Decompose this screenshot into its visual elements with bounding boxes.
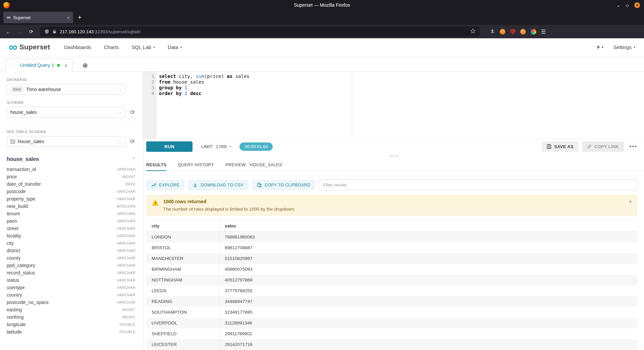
limit-dropdown[interactable]: LIMIT: 1 000 ▾ [201,144,231,149]
browser-tab-title: Superset [13,15,31,20]
extension-badger-icon[interactable] [500,29,505,35]
alert-message: The number of rows displayed is limited … [163,207,295,212]
column-row[interactable]: record_statusVARCHAR [7,269,136,276]
sql-editor[interactable]: 1234 select city, sum(price) as salesfro… [143,72,644,139]
column-row[interactable]: ppd_categoryVARCHAR [7,262,136,269]
extension-shield-icon[interactable] [510,29,516,35]
url-bar[interactable]: 217.160.120.143:32393/superset/sqllab/ [40,27,480,37]
drag-handle-icon[interactable]: ⋮⋮ [10,63,17,68]
table-name[interactable]: house_sales [7,156,39,162]
column-row[interactable]: postcodeVARCHAR [7,188,136,195]
app-header: ∞ Superset Dashboards Charts SQL Lab▾ Da… [0,38,644,56]
column-row[interactable]: streetVARCHAR [7,225,136,232]
window-close-icon[interactable]: ✕ [634,2,640,8]
browser-tabstrip: ∞ Superset × + [0,10,644,25]
table-row[interactable]: SOUTHAMPTON32349177895 [146,307,637,318]
nav-item-sql-lab[interactable]: SQL Lab▾ [131,44,155,50]
add-query-tab-button[interactable]: ⊕ [83,62,88,69]
query-tab-close-icon[interactable]: × [64,62,67,68]
editor-code[interactable]: select city, sum(price) as salesfrom hou… [157,72,644,139]
maximize-icon[interactable]: ◇ [626,3,629,7]
superset-brand[interactable]: ∞ Superset [9,42,50,52]
run-button[interactable]: RUN [146,141,193,152]
chart-icon [151,183,156,187]
settings-menu[interactable]: Settings▾ [613,44,635,50]
column-header-city[interactable]: city [146,220,219,231]
copy-link-button[interactable]: COPY LINK [582,141,624,152]
column-row[interactable]: districtVARCHAR [7,247,136,254]
table-row[interactable]: LONDON788861960063 [146,232,637,243]
table-row[interactable]: SHEFFIELD29911769902 [146,329,637,339]
new-tab-button[interactable]: + [78,14,82,21]
forward-button[interactable]: → [15,27,25,36]
table-row[interactable]: BRISTOL69612708887 [146,243,637,253]
column-type: VARCHAR [117,219,136,223]
column-row[interactable]: northingBIGINT [7,313,136,321]
nav-item-data[interactable]: Data▾ [168,44,182,50]
panel-splitter[interactable] [143,154,644,159]
bookmark-star-icon[interactable] [470,28,476,35]
table-schema-value: house_sales [18,139,44,144]
query-tab[interactable]: ⋮⋮ Untitled Query 1 × [5,58,72,72]
alert-close-icon[interactable]: × [629,199,632,205]
extension-pinwheel-icon[interactable] [531,29,536,35]
add-new-button[interactable]: +▾ [596,44,603,51]
column-row[interactable]: statusVARCHAR [7,276,136,284]
extension-orange-icon[interactable] [520,29,526,35]
column-row[interactable]: date_of_transferDATE [7,180,136,188]
column-row[interactable]: longitudeDOUBLE [7,321,136,328]
column-row[interactable]: transaction_idVARCHAR [7,166,136,173]
column-row[interactable]: postcode_no_spaceVARCHAR [7,299,136,306]
minimize-icon[interactable]: ⌄ [616,3,620,7]
copy-to-clipboard-button[interactable]: COPY TO CLIPBOARD [252,180,315,190]
table-row[interactable]: LEICESTER29142071716 [146,339,637,350]
column-name: street [7,226,18,231]
downloads-icon[interactable] [490,28,495,35]
column-row[interactable]: property_typeVARCHAR [7,195,136,203]
column-row[interactable]: priceBIGINT [7,173,136,180]
column-type: VARCHAR [117,286,136,290]
column-row[interactable]: localityVARCHAR [7,232,136,239]
filter-results-input[interactable] [319,179,637,190]
download-csv-button[interactable]: DOWNLOAD TO CSV [188,180,249,190]
nav-item-charts[interactable]: Charts [104,44,119,50]
schema-select[interactable]: house_sales ⌄ [7,107,125,118]
more-options-button[interactable]: ••• [627,143,639,150]
tab-preview-house-sales[interactable]: PREVIEW: `HOUSE_SALES` [225,159,283,171]
tab-query-history[interactable]: QUERY HISTORY [178,159,214,171]
column-row[interactable]: latitudeDOUBLE [7,328,136,336]
table-row[interactable]: NOTTINGHAM40512797869 [146,275,637,286]
refresh-table-icon[interactable]: ⟳ [129,139,136,144]
column-header-sales[interactable]: sales [219,220,637,231]
table-row[interactable]: BIRMINGHAM45960075093 [146,264,637,275]
database-select[interactable]: trino Trino warehouse ⌄ [7,84,125,95]
query-status-dot [57,64,60,67]
tab-results[interactable]: RESULTS [146,159,166,171]
reload-button[interactable]: ⟳ [26,27,36,36]
chevron-down-icon: ⌄ [118,110,122,115]
table-row[interactable]: MANCHESTER51510820997 [146,253,637,264]
back-button[interactable]: ← [3,27,13,36]
table-row[interactable]: READING34468947747 [146,296,637,307]
column-row[interactable]: countyVARCHAR [7,254,136,262]
table-row[interactable]: LEEDS37779768255 [146,286,637,296]
menu-icon[interactable]: ☰ [541,29,546,35]
column-row[interactable]: usertypeVARCHAR [7,284,136,291]
nav-item-dashboards[interactable]: Dashboards [64,44,91,50]
browser-tab[interactable]: ∞ Superset × [3,12,73,23]
column-row[interactable]: cityVARCHAR [7,239,136,247]
table-row[interactable]: LIVERPOOL31126991346 [146,318,637,329]
save-as-button[interactable]: SAVE AS [542,141,579,152]
column-row[interactable]: eastingBIGINT [7,306,136,313]
column-row[interactable]: new_buildBOOLEAN [7,203,136,210]
column-row[interactable]: paonVARCHAR [7,217,136,225]
explore-button[interactable]: EXPLORE [146,180,184,190]
column-row[interactable]: tenureVARCHAR [7,210,136,217]
tab-close-icon[interactable]: × [67,15,70,20]
table-schema-select[interactable]: house_sales ⌄ [7,136,125,147]
query-tab-title: Untitled Query 1 [20,62,54,68]
refresh-schema-icon[interactable]: ⟳ [129,110,136,115]
sqllab-sidebar: DATABASE trino Trino warehouse ⌄ SCHEMA … [0,72,143,350]
column-row[interactable]: countryVARCHAR [7,291,136,299]
collapse-table-icon[interactable]: ⌃ [132,157,136,162]
